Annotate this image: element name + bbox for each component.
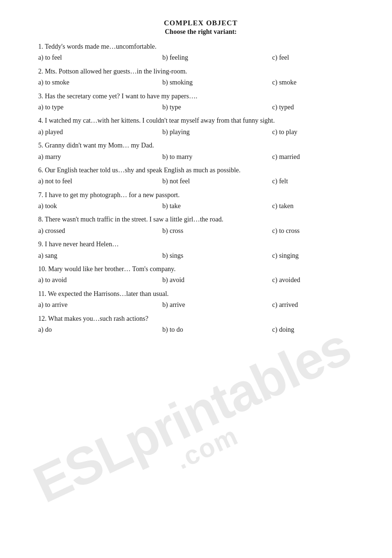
- question-10-option-c: c) avoided: [272, 275, 363, 285]
- question-9-text: 9. I have never heard Helen…: [38, 239, 363, 250]
- question-9-option-c: c) singing: [272, 251, 363, 261]
- question-2-text: 2. Mts. Pottson allowed her guests…in th…: [38, 66, 363, 77]
- question-3-text: 3. Has the secretary come yet? I want to…: [38, 91, 363, 102]
- question-3: 3. Has the secretary come yet? I want to…: [38, 91, 363, 113]
- question-1-text: 1. Teddy's words made me…uncomfortable.: [38, 42, 363, 52]
- question-2: 2. Mts. Pottson allowed her guests…in th…: [38, 66, 363, 88]
- question-2-option-b: b) smoking: [162, 77, 272, 88]
- question-12-options: a) dob) to doc) doing: [38, 325, 363, 335]
- question-11-text: 11. We expected the Harrisons…later than…: [38, 289, 363, 299]
- question-6-option-a: a) not to feel: [38, 176, 162, 187]
- question-8-option-c: c) to cross: [272, 226, 363, 236]
- question-3-option-c: c) typed: [272, 102, 363, 113]
- question-1-option-b: b) feeling: [162, 53, 272, 63]
- question-9-option-b: b) sings: [162, 251, 272, 261]
- question-4-text: 4. I watched my cat…with her kittens. I …: [38, 116, 363, 126]
- question-10-option-a: a) to avoid: [38, 275, 162, 285]
- question-5-option-a: a) marry: [38, 152, 162, 162]
- question-11-option-b: b) arrive: [162, 300, 272, 310]
- question-1-options: a) to feelb) feelingc) feel: [38, 53, 363, 63]
- question-7-option-c: c) taken: [272, 201, 363, 211]
- question-1-option-a: a) to feel: [38, 53, 162, 63]
- question-11-option-c: c) arrived: [272, 300, 363, 310]
- question-6: 6. Our English teacher told us…shy and s…: [38, 165, 363, 187]
- question-11-option-a: a) to arrive: [38, 300, 162, 310]
- question-12-option-b: b) to do: [162, 325, 272, 335]
- question-10-option-b: b) avoid: [162, 275, 272, 285]
- question-10-text: 10. Mary would like her brother… Tom's c…: [38, 264, 363, 274]
- question-8-option-a: a) crossed: [38, 226, 162, 236]
- page-content: COMPLEX OBJECT Choose the right variant:…: [0, 0, 392, 357]
- question-8-text: 8. There wasn't much traffic in the stre…: [38, 214, 363, 225]
- page-title: COMPLEX OBJECT: [38, 19, 363, 27]
- question-1: 1. Teddy's words made me…uncomfortable.a…: [38, 42, 363, 63]
- question-11: 11. We expected the Harrisons…later than…: [38, 289, 363, 311]
- question-5: 5. Granny didn't want my Mom… my Dad.a) …: [38, 140, 363, 162]
- question-6-option-c: c) felt: [272, 176, 363, 187]
- question-4-option-b: b) playing: [162, 127, 272, 137]
- question-7-option-b: b) take: [162, 201, 272, 211]
- question-2-option-a: a) to smoke: [38, 77, 162, 88]
- question-11-options: a) to arriveb) arrivec) arrived: [38, 300, 363, 310]
- question-5-options: a) marryb) to marryc) married: [38, 152, 363, 162]
- question-12-option-c: c) doing: [272, 325, 363, 335]
- question-6-text: 6. Our English teacher told us…shy and s…: [38, 165, 363, 176]
- question-8: 8. There wasn't much traffic in the stre…: [38, 214, 363, 236]
- question-6-options: a) not to feelb) not feelc) felt: [38, 176, 363, 187]
- questions-container: 1. Teddy's words made me…uncomfortable.a…: [38, 42, 363, 335]
- question-3-options: a) to typeb) typec) typed: [38, 102, 363, 113]
- question-9-options: a) sangb) singsc) singing: [38, 251, 363, 261]
- question-4-option-c: c) to play: [272, 127, 363, 137]
- watermark-subtext: .com: [171, 420, 243, 475]
- question-2-options: a) to smokeb) smokingc) smoke: [38, 77, 363, 88]
- question-5-option-b: b) to marry: [162, 152, 272, 162]
- question-7-option-a: a) took: [38, 201, 162, 211]
- question-7-options: a) tookb) takec) taken: [38, 201, 363, 211]
- question-3-option-b: b) type: [162, 102, 272, 113]
- question-12: 12. What makes you…such rash actions?a) …: [38, 314, 363, 336]
- question-2-option-c: c) smoke: [272, 77, 363, 88]
- question-4-option-a: a) played: [38, 127, 162, 137]
- question-5-text: 5. Granny didn't want my Mom… my Dad.: [38, 140, 363, 151]
- question-5-option-c: c) married: [272, 152, 363, 162]
- page-subtitle: Choose the right variant:: [38, 28, 363, 36]
- question-10-options: a) to avoidb) avoidc) avoided: [38, 275, 363, 285]
- question-9-option-a: a) sang: [38, 251, 162, 261]
- question-4-options: a) playedb) playingc) to play: [38, 127, 363, 137]
- question-1-option-c: c) feel: [272, 53, 363, 63]
- question-7-text: 7. I have to get my photograph… for a ne…: [38, 190, 363, 200]
- question-8-options: a) crossedb) crossc) to cross: [38, 226, 363, 236]
- question-12-option-a: a) do: [38, 325, 162, 335]
- question-3-option-a: a) to type: [38, 102, 162, 113]
- question-8-option-b: b) cross: [162, 226, 272, 236]
- question-9: 9. I have never heard Helen…a) sangb) si…: [38, 239, 363, 261]
- question-7: 7. I have to get my photograph… for a ne…: [38, 190, 363, 212]
- question-4: 4. I watched my cat…with her kittens. I …: [38, 116, 363, 137]
- question-10: 10. Mary would like her brother… Tom's c…: [38, 264, 363, 286]
- question-6-option-b: b) not feel: [162, 176, 272, 187]
- question-12-text: 12. What makes you…such rash actions?: [38, 314, 363, 324]
